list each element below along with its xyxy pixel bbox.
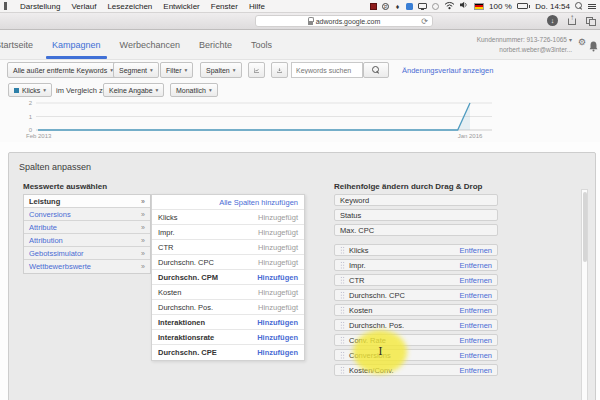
metric-action[interactable]: Hinzufügen — [257, 348, 298, 357]
tab-kampagnen[interactable]: Kampagnen — [52, 40, 101, 50]
share-icon[interactable]: ↑ — [567, 15, 577, 26]
drag-handle-icon[interactable] — [340, 351, 345, 359]
metric-action[interactable]: Hinzufügen — [257, 273, 298, 282]
remove-link[interactable]: Entfernen — [459, 351, 492, 360]
remove-link[interactable]: Entfernen — [459, 336, 492, 345]
remove-link[interactable]: Entfernen — [459, 261, 492, 270]
metric-dropdown[interactable]: Klicks▾ — [8, 83, 52, 97]
category-attribution[interactable]: Attribution» — [24, 234, 150, 247]
drag-handle-icon[interactable] — [340, 291, 345, 299]
volume-icon[interactable] — [460, 1, 469, 11]
menubar-clock[interactable]: Do. 14:54 — [535, 2, 570, 11]
chart-toggle-button[interactable] — [248, 62, 265, 78]
drag-handle-icon[interactable] — [340, 306, 345, 314]
order-item-kosten[interactable]: KostenEntfernen — [334, 304, 498, 316]
search-button[interactable] — [363, 62, 389, 78]
bell-icon[interactable] — [589, 38, 598, 56]
account-email: norbert.weber@w3inter... — [477, 45, 572, 55]
interval-dropdown[interactable]: Monatlich▾ — [170, 83, 218, 97]
category-label: Gebotssimulator — [29, 249, 84, 258]
menu-lesezeichen[interactable]: Lesezeichen — [107, 2, 152, 11]
metric-action: Hinzugefügt — [258, 243, 298, 252]
order-item-ctr[interactable]: CTREntfernen — [334, 274, 498, 286]
spotlight-search-icon[interactable] — [575, 2, 583, 10]
filter-dropdown[interactable]: Filter▾ — [160, 62, 193, 78]
drag-handle-icon[interactable] — [340, 276, 345, 284]
columns-dialog: Spalten anpassen Messwerte auswählen Lei… — [8, 152, 596, 400]
tab-overview-icon[interactable] — [586, 15, 596, 26]
adwords-nav: StartseiteKampagnenWerbechancenBerichteT… — [0, 30, 600, 60]
menu-fenster[interactable]: Fenster — [211, 2, 238, 11]
remove-link[interactable]: Entfernen — [459, 246, 492, 255]
scrollbar-thumb[interactable] — [583, 192, 587, 262]
tab-startseite[interactable]: Startseite — [0, 40, 33, 50]
display-status-icon[interactable] — [418, 3, 427, 9]
dialog-scrollbar[interactable] — [581, 189, 588, 400]
wifi-icon[interactable] — [444, 1, 455, 12]
timemachine-status-icon[interactable] — [432, 3, 439, 10]
keyword-search-input[interactable] — [291, 62, 363, 78]
downloads-icon[interactable]: ↓ — [547, 15, 558, 26]
metric-label: Durchschn. CPC — [158, 258, 214, 267]
remove-link[interactable]: Entfernen — [459, 276, 492, 285]
clipped-menu-icon — [4, 2, 7, 10]
order-item-label: Durchschn. CPC — [349, 291, 405, 300]
metric-row-durchschn-cpm: Durchschn. CPMHinzufügen — [152, 270, 304, 285]
category-wettbewerbswerte[interactable]: Wettbewerbswerte» — [24, 260, 150, 273]
segment-dropdown[interactable]: Segment▾ — [113, 62, 159, 78]
drag-handle-icon[interactable] — [340, 366, 345, 374]
metric-action[interactable]: Hinzufügen — [257, 318, 298, 327]
caret-down-icon: ▾ — [43, 87, 46, 93]
order-item-keyword[interactable]: Keyword — [334, 194, 498, 206]
remove-link[interactable]: Entfernen — [459, 306, 492, 315]
menu-entwickler[interactable]: Entwickler — [163, 2, 199, 11]
menu-hilfe[interactable]: Hilfe — [249, 2, 265, 11]
order-item-impr[interactable]: Impr.Entfernen — [334, 259, 498, 271]
add-all-columns-link[interactable]: Alle Spalten hinzufügen — [219, 198, 298, 207]
order-item-max-cpc[interactable]: Max. CPC — [334, 224, 498, 236]
account-info[interactable]: Kundennummer: 913-726-1065▾ norbert.webe… — [477, 35, 572, 55]
metric-action[interactable]: Hinzufügen — [257, 333, 298, 342]
red-app-status-icon[interactable] — [370, 3, 377, 10]
order-item-durchschn-cpc[interactable]: Durchschn. CPCEntfernen — [334, 289, 498, 301]
notification-center-icon[interactable] — [588, 3, 596, 10]
order-item-status[interactable]: Status — [334, 209, 498, 221]
battery-percent: 100 % — [489, 2, 512, 11]
blue-app-status-icon[interactable] — [406, 3, 413, 10]
menu-verlauf[interactable]: Verlauf — [71, 2, 96, 11]
refresh-icon[interactable]: ⟳ — [421, 17, 428, 26]
compare-dropdown[interactable]: Keine Angabe▾ — [103, 83, 164, 97]
category-attribute[interactable]: Attribute» — [24, 221, 150, 234]
download-button[interactable] — [271, 62, 288, 78]
german-flag-icon[interactable] — [474, 3, 484, 10]
tab-werbechancen[interactable]: Werbechancen — [120, 40, 180, 50]
tab-berichte[interactable]: Berichte — [199, 40, 232, 50]
drag-handle-icon[interactable] — [340, 321, 345, 329]
remove-link[interactable]: Entfernen — [459, 366, 492, 375]
remove-link[interactable]: Entfernen — [459, 291, 492, 300]
address-bar[interactable]: adwords.google.com ⟳ — [255, 15, 433, 27]
drag-handle-icon[interactable] — [340, 336, 345, 344]
order-item-klicks[interactable]: KlicksEntfernen — [334, 244, 498, 256]
text-cursor-icon: I — [377, 346, 384, 357]
circled-app-status-icon[interactable]: P — [382, 3, 389, 10]
category-leistung[interactable]: Leistung» — [24, 195, 150, 208]
columns-dropdown[interactable]: Spalten▾ — [200, 62, 242, 78]
tab-tools[interactable]: Tools — [251, 40, 272, 50]
order-item-durchschn-pos[interactable]: Durchschn. Pos.Entfernen — [334, 319, 498, 331]
https-lock-icon — [308, 19, 313, 25]
remove-link[interactable]: Entfernen — [459, 321, 492, 330]
menu-darstellung[interactable]: Darstellung — [20, 2, 60, 11]
browser-toolbar: adwords.google.com ⟳ ↓ ↑ — [0, 13, 600, 30]
category-label: Wettbewerbswerte — [29, 262, 91, 271]
metric-label: Interaktionsrate — [158, 333, 214, 342]
drag-handle-icon[interactable] — [340, 246, 345, 254]
mask-app-status-icon[interactable]: ♦ — [394, 3, 401, 10]
gear-icon[interactable]: ⚙ — [578, 38, 586, 47]
metric-label: Interaktionen — [158, 318, 205, 327]
keyword-filter-dropdown[interactable]: Alle außer entfernte Keywords▾ — [7, 62, 119, 78]
category-gebotssimulator[interactable]: Gebotssimulator» — [24, 247, 150, 260]
category-conversions[interactable]: Conversions» — [24, 208, 150, 221]
change-history-link[interactable]: Änderungsverlauf anzeigen — [402, 66, 493, 75]
drag-handle-icon[interactable] — [340, 261, 345, 269]
